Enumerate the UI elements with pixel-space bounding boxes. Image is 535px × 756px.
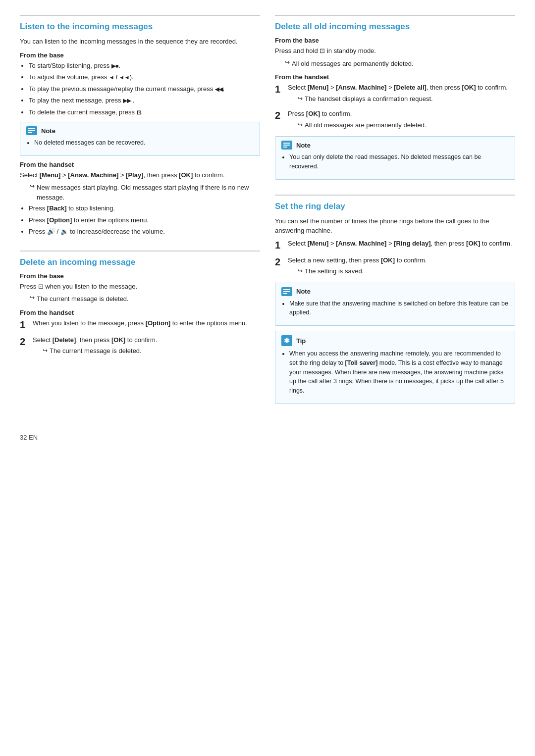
list-item: No deleted messages can be recovered. [34, 138, 254, 148]
arrow-text: All old messages are permanently deleted… [292, 59, 515, 69]
step-2: 2 Select a new setting, then press [OK] … [275, 255, 515, 278]
arrow-symbol: ↪ [43, 346, 48, 356]
section-listen: Listen to the incoming messages You can … [20, 15, 260, 241]
svg-rect-4 [283, 145, 290, 146]
arrow-text: All old messages are permanently deleted… [305, 120, 515, 130]
list-item: When you access the answering machine re… [289, 349, 509, 396]
step-arrow: ↪ All old messages are permanently delet… [298, 120, 515, 130]
left-column: Listen to the incoming messages You can … [20, 15, 260, 419]
step-1: 1 Select [Menu] > [Answ. Machine] > [Rin… [275, 239, 515, 252]
svg-rect-6 [283, 289, 290, 290]
step-number: 2 [20, 335, 29, 357]
step-number: 2 [275, 109, 284, 131]
list-item: To delete the current message, press ⊡. [29, 107, 260, 117]
delete-all-base-intro: Press and hold ⊡ in standby mode. [275, 46, 515, 56]
tip-box-ring-delay: ✱ Tip When you access the answering mach… [275, 331, 515, 404]
page-footer: 32 EN [20, 434, 515, 441]
list-item: Make sure that the answering machine is … [289, 299, 509, 318]
note-list: No deleted messages can be recovered. [34, 138, 254, 148]
step-arrow: ↪ The setting is saved. [298, 266, 515, 276]
step-content: Select [Delete], then press [OK] to conf… [33, 335, 260, 357]
ring-delay-intro: You can set the number of times the phon… [275, 216, 515, 236]
arrow-symbol: ↪ [298, 120, 303, 130]
section-delete-all-title: Delete all old incoming messages [275, 22, 515, 32]
delete-one-base-label: From the base [20, 272, 260, 280]
step-1: 1 When you listen to the message, press … [20, 318, 260, 331]
step-number: 1 [20, 318, 29, 331]
note-list: You can only delete the read messages. N… [289, 152, 509, 171]
list-item: To adjust the volume, press ◄ / ◄◄). [29, 72, 260, 82]
listen-handset-intro: Select [Menu] > [Answ. Machine] > [Play]… [20, 170, 260, 180]
svg-rect-0 [28, 128, 35, 129]
step-content: When you listen to the message, press [O… [33, 318, 260, 331]
section-delete-one-title: Delete an incoming message [20, 257, 260, 267]
arrow-text: The setting is saved. [305, 266, 515, 276]
note-box-ring-delay: Note Make sure that the answering machin… [275, 283, 515, 326]
svg-rect-5 [283, 147, 287, 148]
step-arrow: ↪ The current message is deleted. [43, 346, 260, 356]
section-ring-delay-title: Set the ring delay [275, 202, 515, 211]
tip-list: When you access the answering machine re… [289, 349, 509, 396]
note-icon [281, 287, 292, 296]
tip-icon: ✱ [281, 335, 292, 346]
arrow-symbol: ↪ [30, 294, 35, 304]
listen-intro: You can listen to the incoming messages … [20, 37, 260, 47]
delete-all-base-label: From the base [275, 37, 515, 44]
delete-all-base-arrow: ↪ All old messages are permanently delet… [285, 59, 515, 69]
section-delete-all: Delete all old incoming messages From th… [275, 15, 515, 185]
step-content: Select [Menu] > [Answ. Machine] > [Ring … [288, 239, 515, 252]
note-header: Note [281, 287, 509, 296]
note-box-delete-all: Note You can only delete the read messag… [275, 136, 515, 180]
svg-rect-3 [283, 143, 290, 144]
step-content: Select [Menu] > [Answ. Machine] > [Delet… [288, 83, 515, 105]
play-stop-icon: ▶■ [111, 62, 119, 70]
next-icon: ▶▶ [123, 97, 131, 105]
note-icon [281, 141, 292, 150]
list-item: Press [Back] to stop listening. [29, 203, 260, 213]
prev-icon: ◀◀ [215, 85, 223, 94]
tip-header: ✱ Tip [281, 335, 509, 346]
step-2: 2 Press [OK] to confirm. ↪ All old messa… [275, 109, 515, 131]
step-1: 1 Select [Menu] > [Answ. Machine] > [Del… [275, 83, 515, 105]
list-item: Press 🔊 / 🔉 to increase/decrease the vol… [29, 227, 260, 237]
section-delete-one: Delete an incoming message From the base… [20, 251, 260, 361]
step-number: 2 [275, 255, 284, 278]
arrow-symbol: ↪ [298, 266, 303, 276]
svg-rect-2 [28, 132, 32, 133]
section-ring-delay: Set the ring delay You can set the numbe… [275, 195, 515, 409]
list-item: You can only delete the read messages. N… [289, 152, 509, 171]
list-item: Press [Option] to enter the options menu… [29, 215, 260, 225]
arrow-text: The handset displays a confirmation requ… [305, 94, 515, 104]
arrow-symbol: ↪ [298, 94, 303, 104]
arrow-text: The current message is deleted. [37, 294, 260, 304]
delete-one-base-arrow: ↪ The current message is deleted. [30, 294, 260, 304]
listen-from-handset-label: From the handset [20, 161, 260, 168]
step-number: 1 [275, 83, 284, 105]
note-list: Make sure that the answering machine is … [289, 299, 509, 318]
delete-all-handset-label: From the handset [275, 73, 515, 81]
listen-base-list: To start/Stop listening, press ▶■. To ad… [29, 61, 260, 117]
step-content: Select a new setting, then press [OK] to… [288, 255, 515, 278]
note-header: Note [281, 141, 509, 150]
arrow-text: The current message is deleted. [50, 346, 260, 356]
arrow-symbol: ↪ [30, 183, 35, 202]
listen-handset-list: Press [Back] to stop listening. Press [O… [29, 203, 260, 237]
list-item: To play the previous message/replay the … [29, 84, 260, 94]
section-listen-title: Listen to the incoming messages [20, 22, 260, 32]
note-icon [26, 126, 37, 135]
arrow-symbol: ↪ [285, 59, 290, 69]
step-content: Press [OK] to confirm. ↪ All old message… [288, 109, 515, 131]
delete-one-base-intro: Press ⊡ when you listen to the message. [20, 282, 260, 292]
delete-one-handset-label: From the handset [20, 309, 260, 316]
list-item: To start/Stop listening, press ▶■. [29, 61, 260, 71]
step-number: 1 [275, 239, 284, 252]
arrow-text: New messages start playing. Old messages… [37, 183, 260, 202]
page-layout: Listen to the incoming messages You can … [20, 15, 515, 419]
svg-rect-8 [283, 293, 287, 294]
list-item: To play the next message, press ▶▶ . [29, 96, 260, 105]
right-column: Delete all old incoming messages From th… [275, 15, 515, 419]
handset-arrow-item: ↪ New messages start playing. Old messag… [30, 183, 260, 202]
note-box-listen: Note No deleted messages can be recovere… [20, 122, 260, 156]
delete-icon: ⊡ [137, 108, 141, 117]
listen-from-base-label: From the base [20, 51, 260, 59]
